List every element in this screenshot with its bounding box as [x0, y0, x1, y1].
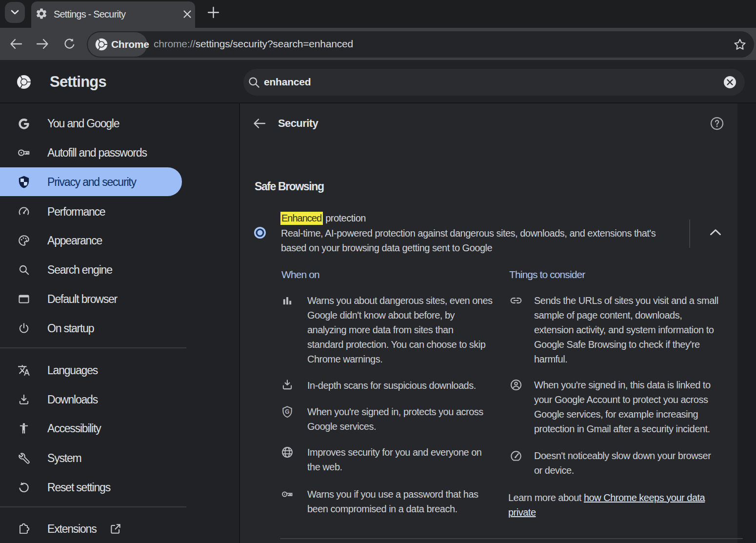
svg-text:G: G	[285, 408, 289, 415]
